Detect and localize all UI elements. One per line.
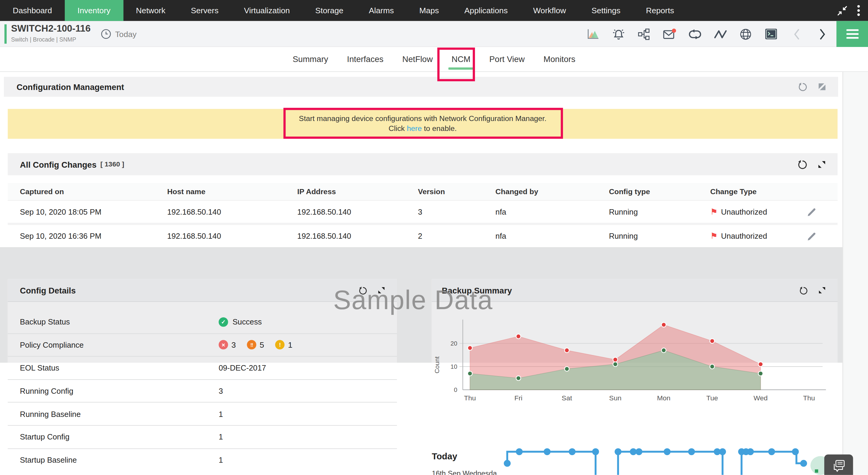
mail-icon[interactable]: [656, 21, 682, 47]
svg-text:Thu: Thu: [464, 394, 476, 402]
tab-monitors[interactable]: Monitors: [534, 47, 585, 71]
time-range-picker[interactable]: Today: [101, 21, 136, 47]
main-nav-controls: [837, 0, 860, 21]
chat-bubbles-icon: [831, 459, 846, 473]
chat-support-button[interactable]: [824, 454, 853, 475]
refresh-button[interactable]: [798, 82, 807, 91]
nav-item-workflow[interactable]: Workflow: [521, 0, 579, 21]
chevron-right-icon[interactable]: [809, 21, 835, 47]
nav-item-reports[interactable]: Reports: [633, 0, 687, 21]
config-changes-rows: Sep 10, 2020 18:05 PM192.168.50.140192.1…: [8, 201, 838, 247]
major-count: 5: [260, 340, 264, 349]
edit-config-button[interactable]: [807, 207, 816, 216]
nav-item-applications[interactable]: Applications: [452, 0, 521, 21]
detail-label: Startup Config: [20, 433, 218, 441]
config-details-title: Config Details: [20, 286, 76, 295]
edit-config-button[interactable]: [807, 232, 816, 241]
pulse-icon[interactable]: [707, 21, 733, 47]
svg-text:0: 0: [454, 386, 457, 393]
refresh-button[interactable]: [799, 286, 808, 295]
column-header-version: Version: [418, 188, 495, 196]
svg-text:10: 10: [451, 363, 457, 370]
detail-label: Policy Compliance: [20, 340, 218, 349]
active-tab-underline: [448, 67, 473, 70]
svg-text:Count: Count: [433, 357, 440, 373]
device-severity-bar: [4, 24, 7, 44]
tab-port-view[interactable]: Port View: [480, 47, 534, 71]
today-label: Today: [432, 452, 457, 462]
nav-item-servers[interactable]: Servers: [178, 0, 231, 21]
main-nav-items: DashboardInventoryNetworkServersVirtuali…: [0, 0, 687, 21]
section-title: Configuration Management: [17, 82, 124, 92]
detach-button[interactable]: [818, 83, 826, 91]
warning-count: 1: [288, 340, 292, 349]
detail-value: ×3!!5!1: [219, 340, 397, 349]
nav-item-settings[interactable]: Settings: [579, 0, 633, 21]
tab-netflow[interactable]: NetFlow: [393, 47, 442, 71]
tab-interfaces[interactable]: Interfaces: [338, 47, 393, 71]
expand-button[interactable]: [819, 287, 826, 294]
unauthorized-flag-icon: ⚑: [710, 232, 718, 240]
cell-ip-address: 192.168.50.140: [297, 232, 418, 240]
unauthorized-flag-icon: ⚑: [710, 208, 718, 216]
change-type-label: Unauthorized: [721, 207, 767, 216]
dependency-loop-icon[interactable]: [682, 21, 707, 47]
cell-host-name: 192.168.50.140: [167, 207, 298, 216]
column-header-ip-address: IP Address: [297, 188, 418, 196]
chevron-left-icon[interactable]: [784, 21, 809, 47]
cell-host-name: 192.168.50.140: [167, 232, 298, 240]
app-window: DashboardInventoryNetworkServersVirtuali…: [0, 0, 868, 475]
expand-button[interactable]: [818, 161, 826, 168]
nav-item-maps[interactable]: Maps: [407, 0, 452, 21]
terminal-icon[interactable]: [758, 21, 784, 47]
device-menu-button[interactable]: [836, 21, 868, 47]
today-date: 16th Sep Wednesda: [432, 469, 497, 475]
workflow-icon[interactable]: [631, 21, 656, 47]
detail-label: Running Baseline: [20, 409, 218, 418]
nav-item-inventory[interactable]: Inventory: [65, 0, 123, 21]
backup-summary-chart: 01020CountThuFriSatSunMonTueWedThu: [432, 310, 838, 412]
svg-text:Tue: Tue: [707, 394, 718, 402]
nav-item-storage[interactable]: Storage: [303, 0, 356, 21]
config-detail-row-eol-status: EOL Status09-DEC-2017: [8, 357, 397, 380]
kebab-menu-icon[interactable]: [857, 4, 860, 16]
sample-data-watermark: Sample Data: [333, 285, 493, 315]
svg-text:Fri: Fri: [515, 394, 523, 402]
row-separator: [8, 223, 838, 225]
right-scroll-gutter[interactable]: [843, 72, 868, 475]
config-changes-header-row: Captured onHost nameIP AddressVersionCha…: [8, 183, 838, 201]
svg-text:Thu: Thu: [803, 394, 815, 402]
cell-config-type: Running: [609, 207, 710, 216]
all-config-changes-title: All Config Changes: [20, 160, 96, 169]
banner-line2-suffix: to enable.: [424, 124, 457, 133]
cell-change-type: ⚑Unauthorized: [710, 207, 804, 216]
critical-count: 3: [231, 340, 236, 349]
performance-graph-icon[interactable]: [580, 21, 606, 47]
nav-item-virtualization[interactable]: Virtualization: [231, 0, 303, 21]
cell-change-type: ⚑Unauthorized: [710, 232, 804, 240]
cell-captured-on: Sep 10, 2020 16:36 PM: [20, 232, 167, 240]
critical-badge-icon: ×: [219, 340, 228, 349]
compliance-major: !!5: [247, 340, 264, 349]
column-header-change-type: Change Type: [710, 188, 804, 196]
detail-value: 1: [219, 409, 397, 418]
detail-value: 1: [219, 433, 397, 441]
device-tabbar: SummaryInterfacesNetFlowNCMPort ViewMoni…: [0, 47, 868, 72]
refresh-button[interactable]: [798, 160, 807, 169]
tab-summary[interactable]: Summary: [283, 47, 338, 71]
nav-item-dashboard[interactable]: Dashboard: [0, 0, 65, 21]
enable-here-link[interactable]: here: [407, 124, 422, 133]
main-nav: DashboardInventoryNetworkServersVirtuali…: [0, 0, 868, 21]
device-toolbar: [580, 21, 835, 47]
svg-text:Wed: Wed: [753, 394, 768, 402]
globe-icon[interactable]: [733, 21, 758, 47]
warning-badge-icon: !: [275, 340, 284, 349]
collapse-icon[interactable]: [837, 5, 847, 15]
alarm-bell-icon[interactable]: [606, 21, 631, 47]
nav-item-alarms[interactable]: Alarms: [356, 0, 407, 21]
detail-value: 1: [219, 456, 397, 465]
nav-item-network[interactable]: Network: [123, 0, 178, 21]
tab-ncm[interactable]: NCM: [442, 47, 480, 71]
config-changes-count: [ 1360 ]: [100, 161, 124, 168]
compliance-warning: !1: [275, 340, 292, 349]
